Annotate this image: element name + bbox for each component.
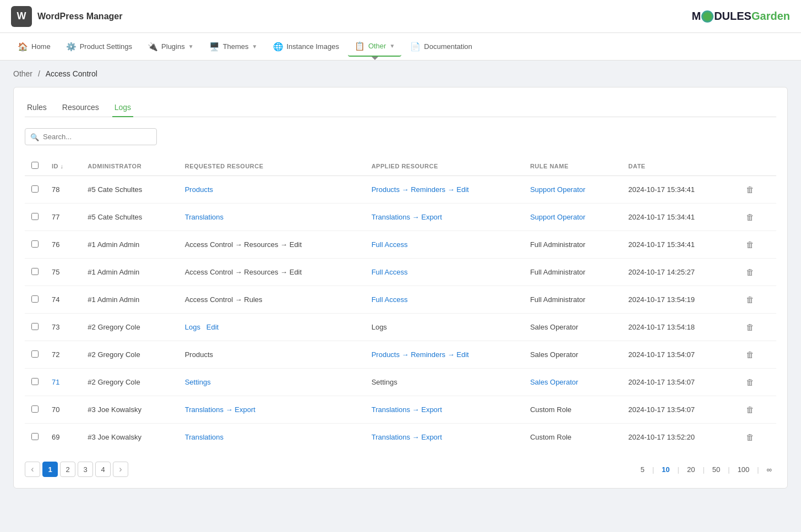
col-actions: [736, 156, 776, 176]
nav-item-documentation[interactable]: 📄 Documentation: [404, 37, 478, 56]
row-checkbox[interactable]: [31, 405, 39, 413]
applied-resource-link[interactable]: Products → Reminders → Edit: [372, 350, 469, 359]
prev-page-button[interactable]: ‹: [25, 462, 40, 477]
nav-item-other[interactable]: 📋 Other ▼: [348, 37, 401, 57]
breadcrumb-parent[interactable]: Other: [13, 69, 32, 78]
table-row: 77#5 Cate SchultesTranslationsTranslatio…: [25, 204, 776, 231]
row-rule-name: Support Operator: [524, 204, 622, 231]
delete-button[interactable]: 🗑: [743, 293, 758, 306]
row-date: 2024-10-17 15:34:41: [622, 204, 736, 231]
delete-button[interactable]: 🗑: [743, 403, 758, 416]
delete-button[interactable]: 🗑: [743, 210, 758, 224]
select-all-col: [25, 156, 45, 176]
row-administrator: #5 Cate Schultes: [81, 176, 178, 204]
applied-resource-link[interactable]: Translations → Export: [372, 405, 442, 414]
tab-logs[interactable]: Logs: [112, 98, 133, 117]
requested-resource-link[interactable]: Settings: [185, 378, 211, 386]
plugins-dropdown-icon: ▼: [188, 43, 194, 50]
row-checkbox[interactable]: [31, 213, 39, 220]
row-checkbox[interactable]: [31, 295, 39, 303]
page-btn-2[interactable]: 2: [60, 462, 75, 477]
col-date: Date: [622, 156, 736, 176]
row-applied-resource: Full Access: [365, 286, 524, 314]
table-row: 72#2 Gregory ColeProductsProducts → Remi…: [25, 341, 776, 369]
row-checkbox[interactable]: [31, 350, 39, 358]
rule-name-link[interactable]: Support Operator: [530, 213, 585, 221]
delete-button[interactable]: 🗑: [743, 265, 758, 279]
requested-resource-extra-link[interactable]: Edit: [206, 323, 219, 331]
row-requested-resource: Logs Edit: [178, 314, 365, 341]
page-btn-3[interactable]: 3: [78, 462, 93, 477]
nav-item-home[interactable]: 🏠 Home: [11, 37, 57, 56]
wp-icon: W: [11, 6, 32, 27]
documentation-icon: 📄: [410, 42, 421, 52]
page-size-100[interactable]: 100: [733, 463, 754, 476]
row-id: 69: [52, 433, 59, 441]
delete-button[interactable]: 🗑: [743, 320, 758, 334]
applied-resource-link[interactable]: Full Access: [372, 240, 408, 249]
page-size-all[interactable]: ∞: [762, 463, 776, 476]
nav-documentation-label: Documentation: [424, 42, 472, 51]
row-checkbox[interactable]: [31, 323, 39, 330]
requested-resource-link[interactable]: Products: [185, 185, 213, 194]
row-checkbox[interactable]: [31, 268, 39, 275]
requested-resource-link[interactable]: Translations: [185, 433, 224, 441]
applied-resource-link[interactable]: Full Access: [372, 295, 408, 304]
applied-resource-link[interactable]: Translations → Export: [372, 213, 442, 221]
requested-resource-link[interactable]: Translations: [185, 213, 224, 221]
row-id: 73: [52, 323, 59, 331]
applied-resource-link[interactable]: Translations → Export: [372, 433, 442, 441]
row-rule-name: Custom Role: [524, 396, 622, 424]
nav-item-instance-images[interactable]: 🌐 Instance Images: [266, 37, 346, 56]
pagination: ‹ 1 2 3 4 ›: [25, 462, 128, 477]
page-size-20[interactable]: 20: [683, 463, 699, 476]
requested-resource-link[interactable]: Translations → Export: [185, 405, 255, 414]
delete-button[interactable]: 🗑: [743, 430, 758, 444]
col-id[interactable]: ID ↓: [45, 156, 81, 176]
page-btn-4[interactable]: 4: [95, 462, 111, 477]
page-size-5[interactable]: 5: [636, 463, 649, 476]
row-date: 2024-10-17 13:54:18: [622, 314, 736, 341]
row-checkbox[interactable]: [31, 378, 39, 385]
applied-resource-link[interactable]: Products → Reminders → Edit: [372, 185, 469, 194]
row-rule-name: Sales Operator: [524, 314, 622, 341]
table-row: 74#1 Admin AdminAccess Control → RulesFu…: [25, 286, 776, 314]
delete-button[interactable]: 🗑: [743, 183, 758, 196]
table-row: 75#1 Admin AdminAccess Control → Resourc…: [25, 259, 776, 286]
row-checkbox[interactable]: [31, 433, 39, 440]
pagination-wrap: ‹ 1 2 3 4 › 5 | 10 | 20 | 50 | 100 | ∞: [25, 462, 776, 477]
tab-rules[interactable]: Rules: [25, 98, 49, 117]
nav-item-themes[interactable]: 🖥️ Themes ▼: [203, 37, 264, 56]
applied-resource-link[interactable]: Full Access: [372, 268, 408, 276]
nav-plugins-label: Plugins: [161, 42, 185, 51]
page-size-50[interactable]: 50: [708, 463, 724, 476]
table-row: 69#3 Joe KowalskyTranslationsTranslation…: [25, 424, 776, 451]
row-checkbox[interactable]: [31, 185, 39, 193]
row-checkbox[interactable]: [31, 240, 39, 248]
tab-resources[interactable]: Resources: [60, 98, 101, 117]
next-page-button[interactable]: ›: [113, 462, 128, 477]
wp-icon-text: W: [17, 10, 26, 22]
delete-button[interactable]: 🗑: [743, 375, 758, 389]
page-btn-1[interactable]: 1: [42, 462, 58, 477]
row-date: 2024-10-17 13:54:19: [622, 286, 736, 314]
app-title: WordPress Manager: [37, 12, 122, 21]
table-row: 78#5 Cate SchultesProductsProducts → Rem…: [25, 176, 776, 204]
row-requested-resource: Access Control → Resources → Edit: [178, 259, 365, 286]
search-input[interactable]: [25, 128, 157, 145]
page-size-10[interactable]: 10: [657, 463, 674, 476]
rule-name-link[interactable]: Sales Operator: [530, 378, 578, 386]
delete-button[interactable]: 🗑: [743, 238, 758, 251]
nav-item-plugins[interactable]: 🔌 Plugins ▼: [141, 37, 200, 56]
row-id: 70: [52, 405, 59, 414]
row-rule-name: Full Administrator: [524, 259, 622, 286]
rule-name-link[interactable]: Support Operator: [530, 185, 585, 194]
row-administrator: #1 Admin Admin: [81, 286, 178, 314]
requested-resource-link[interactable]: Logs: [185, 323, 200, 331]
row-id[interactable]: 71: [52, 378, 59, 386]
table-header-row: ID ↓ Administrator Requested Resource Ap…: [25, 156, 776, 176]
select-all-checkbox[interactable]: [31, 162, 39, 169]
page-size-wrap: 5 | 10 | 20 | 50 | 100 | ∞: [636, 463, 776, 476]
delete-button[interactable]: 🗑: [743, 348, 758, 361]
nav-item-product-settings[interactable]: ⚙️ Product Settings: [59, 37, 139, 56]
